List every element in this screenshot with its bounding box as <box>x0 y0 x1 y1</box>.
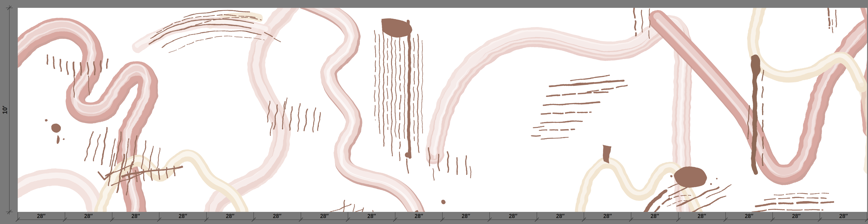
width-segment-label: 28″ <box>603 213 612 220</box>
width-segment-label: 28″ <box>179 213 187 220</box>
height-dimension: 10′ <box>0 8 18 212</box>
width-segment-label: 28″ <box>839 213 848 220</box>
width-segment-label: 28″ <box>226 213 234 220</box>
width-segment-label: 28″ <box>414 213 423 220</box>
width-segment-label: 28″ <box>131 213 140 220</box>
height-dimension-line <box>9 5 9 215</box>
width-dimension-line <box>18 220 868 220</box>
width-segment-label: 28″ <box>273 213 281 220</box>
width-segment-label: 28″ <box>37 213 45 220</box>
width-segment-label: 28″ <box>367 213 376 220</box>
width-segment-label: 28″ <box>792 213 800 220</box>
width-segment-label: 28″ <box>651 213 659 220</box>
width-segment-label: 28″ <box>462 213 470 220</box>
mural-preview: 10′ 28″28″28″28″28″28″28″28″28″28″28″28″… <box>0 0 868 224</box>
width-segment-label: 28″ <box>745 213 753 220</box>
width-segment-label: 28″ <box>320 213 329 220</box>
width-segment-label: 28″ <box>698 213 706 220</box>
height-dimension-label: 10′ <box>1 106 8 114</box>
width-segment-label: 28″ <box>509 213 517 220</box>
width-segment-label: 28″ <box>84 213 93 220</box>
mural-canvas <box>18 8 867 212</box>
width-dimension: 28″28″28″28″28″28″28″28″28″28″28″28″28″2… <box>18 212 867 224</box>
width-segment-label: 28″ <box>556 213 564 220</box>
mural-artwork <box>18 8 867 212</box>
